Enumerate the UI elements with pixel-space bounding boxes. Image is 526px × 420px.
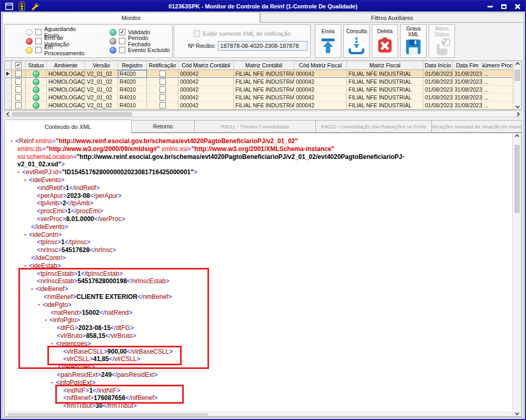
- grid-header-marker[interactable]: [5, 61, 12, 70]
- grid-header-registro[interactable]: Registro: [118, 61, 147, 70]
- cell-marker[interactable]: [5, 86, 12, 94]
- cell-matriz_fiscal[interactable]: FILIAL NFE INDUSTRIAL: [347, 94, 423, 102]
- collapse-marker-icon[interactable]: -: [24, 231, 26, 238]
- row-select-checkbox[interactable]: [15, 86, 22, 93]
- close-button[interactable]: [513, 3, 522, 10]
- xml-vertical-scrollbar[interactable]: [512, 133, 521, 416]
- retificacao-checkbox[interactable]: [160, 86, 166, 93]
- cell-retificacao[interactable]: [147, 102, 178, 109]
- cell-data_fim[interactable]: 31/08/2023: [453, 102, 482, 109]
- cell-checkbox[interactable]: [12, 86, 26, 94]
- cell-checkbox[interactable]: [12, 94, 26, 102]
- receipt-number-input[interactable]: [218, 41, 307, 51]
- cell-versao[interactable]: V2_01_02: [85, 78, 118, 86]
- cell-cod_matriz_fiscal[interactable]: 000042: [294, 94, 347, 102]
- legend-checkbox-gray[interactable]: [119, 38, 125, 44]
- cell-ambiente[interactable]: HOMOLOGAÇÃO: [47, 70, 85, 78]
- cell-data_fim[interactable]: 31/08/2023: [453, 78, 482, 86]
- cell-checkbox[interactable]: [12, 78, 26, 86]
- cell-numero_processo[interactable]: ...: [482, 86, 514, 94]
- cell-marker[interactable]: [5, 70, 12, 78]
- cell-registro[interactable]: R4010: [118, 86, 147, 94]
- cell-cod_matriz_contabil[interactable]: 000042: [178, 70, 234, 78]
- grid-header-retificacao[interactable]: Retificação: [147, 61, 178, 70]
- consulta-button[interactable]: Consulta: [343, 24, 370, 58]
- legend-checkbox-blue[interactable]: [119, 47, 125, 53]
- grid-header-ambiente[interactable]: Ambiente: [47, 61, 85, 70]
- cell-cod_matriz_contabil[interactable]: 000042: [178, 78, 234, 86]
- collapse-marker-icon[interactable]: -: [11, 137, 13, 145]
- cell-matriz_fiscal[interactable]: FILIAL NFE INDUSTRIAL: [347, 78, 423, 86]
- retificacao-checkbox[interactable]: [160, 71, 166, 77]
- row-select-checkbox[interactable]: [15, 71, 22, 77]
- xml-tab-1[interactable]: Retorno: [132, 120, 195, 133]
- cell-marker[interactable]: [5, 78, 12, 86]
- row-select-checkbox[interactable]: [15, 94, 22, 101]
- cell-status[interactable]: [26, 78, 47, 86]
- grava-xml-button[interactable]: Grava XML: [400, 24, 426, 58]
- cell-matriz_fiscal[interactable]: FILIAL NFE INDUSTRIAL: [347, 70, 423, 78]
- collapse-marker-icon[interactable]: -: [51, 340, 53, 347]
- cell-registro[interactable]: R4010: [118, 94, 147, 102]
- grid-header-status[interactable]: Status: [26, 61, 47, 70]
- xml-vertical-scroll-thumb[interactable]: [514, 145, 520, 213]
- envia-button[interactable]: Envia: [315, 24, 341, 58]
- cell-status[interactable]: [26, 70, 47, 78]
- cell-data_fim[interactable]: 31/08/2023: [453, 70, 482, 78]
- cell-data_fim[interactable]: 31/08/2023: [453, 86, 482, 94]
- xml-horizontal-scroll-thumb[interactable]: [8, 413, 208, 416]
- grid-header-cod_matriz_contabil[interactable]: Cód Matriz Contábil: [178, 61, 234, 70]
- cell-ambiente[interactable]: HOMOLOGAÇÃO: [47, 94, 85, 102]
- cell-data_inicio[interactable]: 01/08/2023: [423, 78, 453, 86]
- cell-numero_processo[interactable]: ...: [482, 94, 514, 102]
- cell-cod_matriz_contabil[interactable]: 000042: [178, 86, 234, 94]
- grid-header-matriz_fiscal[interactable]: Matriz Fiscal: [347, 61, 423, 70]
- horizontal-scroll-thumb[interactable]: [12, 112, 132, 116]
- scroll-left-button[interactable]: [5, 112, 12, 117]
- legend-checkbox-green[interactable]: [119, 29, 125, 35]
- collapse-marker-icon[interactable]: -: [17, 168, 19, 176]
- table-row[interactable]: HOMOLOGAÇÃOV2_01_02R4010000042FILIAL NFE…: [5, 94, 521, 102]
- cell-versao[interactable]: V2_01_02: [85, 94, 118, 102]
- cell-ambiente[interactable]: HOMOLOGAÇÃO: [47, 86, 85, 94]
- collapse-marker-icon[interactable]: -: [31, 285, 33, 293]
- table-row[interactable]: HOMOLOGAÇÃOV2_01_02R4020000042FILIAL NFE…: [5, 70, 521, 78]
- grid-header-numero_processo[interactable]: Número Proce: [482, 61, 514, 70]
- grid-header-versao[interactable]: Versão: [85, 61, 118, 70]
- grid-header-checkbox[interactable]: [12, 61, 26, 70]
- grid-scroll-up-button[interactable]: [513, 63, 521, 66]
- cell-checkbox[interactable]: [12, 102, 26, 109]
- grid-vertical-scrollbar[interactable]: [513, 61, 521, 109]
- events-grid[interactable]: StatusAmbienteVersãoRegistroRetificaçãoC…: [4, 61, 522, 110]
- grid-header-data_inicio[interactable]: Data Início: [423, 61, 453, 70]
- cell-ambiente[interactable]: HOMOLOGAÇÃO: [47, 78, 85, 86]
- cell-matriz_contabil[interactable]: FILIAL NFE INDUSTRIAL: [234, 102, 294, 109]
- legend-checkbox-white[interactable]: [35, 29, 42, 35]
- cell-registro[interactable]: R4020: [118, 78, 147, 86]
- table-row[interactable]: HOMOLOGAÇÃOV2_01_02R4020000042FILIAL NFE…: [5, 78, 521, 86]
- cell-cod_matriz_contabil[interactable]: 000042: [178, 102, 234, 109]
- retificacao-checkbox[interactable]: [160, 102, 166, 108]
- cell-matriz_fiscal[interactable]: FILIAL NFE INDUSTRIAL: [347, 86, 423, 94]
- tab-monitor[interactable]: Monitor: [2, 12, 260, 23]
- cell-cod_matriz_fiscal[interactable]: 000042: [294, 70, 347, 78]
- cell-cod_matriz_fiscal[interactable]: 000042: [294, 78, 347, 86]
- cell-matriz_contabil[interactable]: FILIAL NFE INDUSTRIAL: [234, 70, 294, 78]
- xml-scroll-down-button[interactable]: [513, 412, 521, 415]
- grid-header-data_fim[interactable]: Data Fim: [453, 61, 482, 70]
- collapse-marker-icon[interactable]: -: [51, 379, 53, 386]
- minimize-button[interactable]: [486, 3, 494, 10]
- maximize-button[interactable]: [500, 3, 508, 10]
- grid-header-cod_matriz_fiscal[interactable]: Cód Matriz Fiscal: [294, 61, 347, 70]
- xml-scroll-up-button[interactable]: [513, 135, 521, 138]
- cell-matriz_contabil[interactable]: FILIAL NFE INDUSTRIAL: [234, 94, 294, 102]
- row-select-checkbox[interactable]: [15, 78, 22, 85]
- xml-viewer[interactable]: -<Reinf xmlns="http://www.reinf.esocial.…: [4, 133, 522, 417]
- row-select-checkbox[interactable]: [15, 102, 22, 108]
- cell-versao[interactable]: V2_01_02: [85, 102, 118, 109]
- retificacao-checkbox[interactable]: [160, 78, 166, 85]
- cell-status[interactable]: [26, 86, 47, 94]
- table-row[interactable]: HOMOLOGAÇÃOV2_01_02R4010000042FILIAL NFE…: [5, 102, 521, 109]
- cell-numero_processo[interactable]: ...: [482, 102, 514, 109]
- table-row[interactable]: HOMOLOGAÇÃOV2_01_02R4010000042FILIAL NFE…: [5, 86, 521, 94]
